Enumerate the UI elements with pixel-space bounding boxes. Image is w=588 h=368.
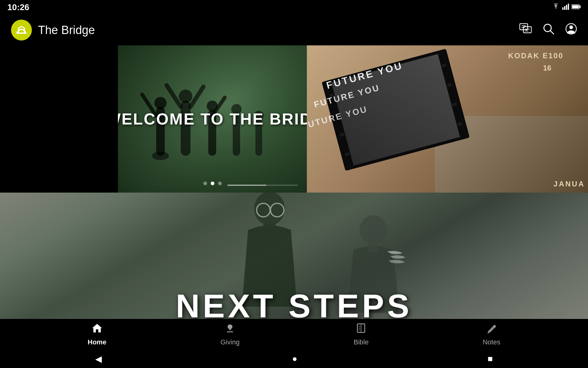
dot-2[interactable] bbox=[211, 182, 214, 185]
messages-icon[interactable] bbox=[519, 23, 532, 37]
app-bar-right bbox=[519, 23, 577, 37]
dot-3[interactable] bbox=[218, 182, 222, 185]
system-nav-bar: ◀ ● ■ bbox=[0, 350, 588, 368]
bottom-nav: Home Giving Bible bbox=[0, 319, 588, 350]
nav-item-giving[interactable]: Giving bbox=[221, 323, 239, 346]
logo-svg bbox=[14, 22, 29, 38]
battery-icon bbox=[571, 3, 581, 11]
svg-line-26 bbox=[190, 87, 203, 107]
nav-item-bible[interactable]: Bible bbox=[354, 323, 369, 346]
svg-point-21 bbox=[154, 97, 167, 109]
hero-title: WELCOME TO THE BRIDGE bbox=[118, 110, 307, 128]
progress-fill bbox=[228, 185, 266, 186]
carousel-dots bbox=[203, 182, 222, 185]
status-time: 10:26 bbox=[7, 2, 29, 12]
signal-icon bbox=[562, 3, 569, 12]
dot-1[interactable] bbox=[203, 182, 207, 185]
app-title: The Bridge bbox=[38, 24, 95, 37]
svg-rect-23 bbox=[181, 101, 190, 156]
nav-label-bible: Bible bbox=[354, 338, 369, 346]
svg-rect-2 bbox=[566, 5, 567, 10]
svg-line-16 bbox=[550, 31, 554, 34]
svg-point-41 bbox=[360, 215, 387, 245]
svg-rect-40 bbox=[263, 224, 276, 233]
kodak-label: KODAK E100 bbox=[508, 52, 564, 60]
svg-rect-42 bbox=[368, 244, 379, 251]
left-black-area bbox=[0, 45, 118, 193]
recent-button[interactable]: ■ bbox=[488, 354, 493, 364]
progress-bar bbox=[228, 185, 298, 186]
next-steps-section: NEXT STEPS bbox=[0, 193, 588, 337]
nav-item-home[interactable]: Home bbox=[88, 323, 106, 346]
svg-point-18 bbox=[569, 25, 573, 29]
hero-text: WELCOME TO THE BRIDGE bbox=[118, 110, 307, 128]
svg-rect-3 bbox=[568, 4, 569, 10]
home-button[interactable]: ● bbox=[292, 354, 297, 364]
search-icon[interactable] bbox=[543, 23, 554, 37]
app-logo bbox=[11, 20, 32, 40]
jan-label: JANUA bbox=[553, 180, 585, 188]
svg-rect-0 bbox=[562, 7, 564, 10]
svg-line-25 bbox=[167, 85, 181, 107]
hero-slide-1: WELCOME TO THE BRIDGE bbox=[118, 45, 307, 193]
app-bar-left: The Bridge bbox=[11, 20, 95, 40]
app-bar: The Bridge bbox=[0, 15, 588, 45]
account-icon[interactable] bbox=[565, 23, 577, 37]
status-bar: 10:26 bbox=[0, 0, 588, 15]
svg-point-7 bbox=[14, 23, 29, 37]
svg-rect-1 bbox=[564, 6, 565, 10]
svg-rect-5 bbox=[579, 6, 581, 8]
nav-label-home: Home bbox=[88, 338, 106, 346]
hero-slide-2: FUTURE YOU FUTURE YOU FUTURE YOU KODAK E… bbox=[307, 45, 588, 193]
svg-rect-6 bbox=[572, 5, 579, 8]
nav-label-giving: Giving bbox=[221, 338, 239, 346]
svg-rect-8 bbox=[16, 33, 27, 34]
svg-point-24 bbox=[179, 90, 192, 103]
nav-label-notes: Notes bbox=[483, 338, 500, 346]
status-icons bbox=[552, 3, 581, 12]
num-16-label: 16 bbox=[543, 64, 551, 72]
notes-icon bbox=[486, 323, 497, 336]
nav-item-notes[interactable]: Notes bbox=[483, 323, 500, 346]
wifi-icon bbox=[552, 3, 560, 12]
back-button[interactable]: ◀ bbox=[95, 354, 102, 364]
home-icon bbox=[92, 323, 103, 336]
giving-icon bbox=[224, 323, 236, 336]
bible-icon bbox=[356, 323, 367, 336]
